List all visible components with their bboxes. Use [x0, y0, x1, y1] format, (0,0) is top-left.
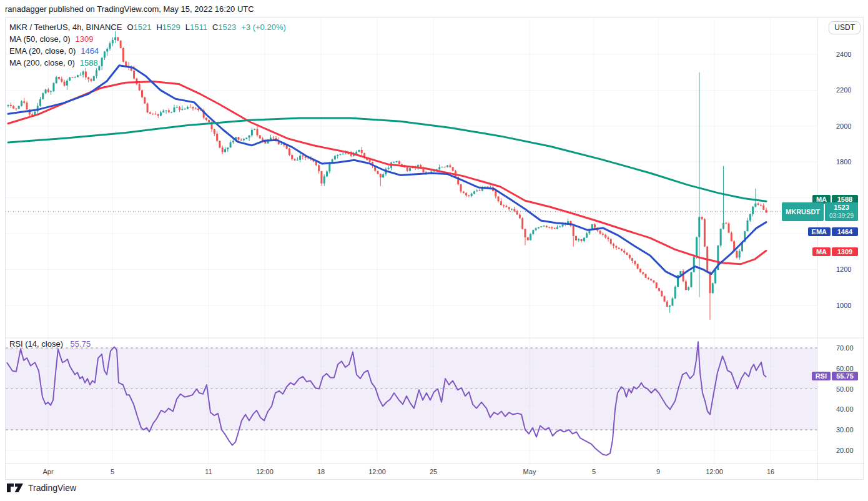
svg-text:1600: 1600	[836, 194, 851, 202]
svg-text:20.00: 20.00	[836, 447, 854, 454]
svg-text:12:00: 12:00	[368, 468, 386, 475]
svg-text:18: 18	[317, 468, 325, 475]
ema20-legend-row[interactable]: EMA (20, close, 0)1464	[9, 45, 291, 57]
chart-canvas[interactable]: 2400220020001800160014001200100070.0060.…	[6, 18, 864, 480]
tradingview-branding[interactable]: TradingView	[6, 482, 76, 494]
svg-text:5: 5	[592, 468, 596, 475]
svg-text:5: 5	[111, 468, 114, 475]
chart-widget: 2400220020001800160014001200100070.0060.…	[5, 17, 864, 480]
brand-name: TradingView	[28, 483, 76, 493]
rsi-legend-row[interactable]: RSI (14, close) 55.75	[9, 339, 91, 349]
svg-text:1200: 1200	[836, 265, 851, 273]
svg-text:1400: 1400	[836, 230, 851, 237]
symbol-legend-row[interactable]: MKR / TetherUS, 4h, BINANCEO1521H1529L15…	[9, 21, 291, 33]
svg-text:May: May	[523, 468, 536, 475]
svg-text:1000: 1000	[836, 302, 851, 309]
svg-text:40.00: 40.00	[836, 405, 854, 413]
svg-text:11: 11	[205, 468, 212, 475]
attribution-text: ranadagger published on TradingView.com,…	[5, 4, 254, 14]
chart-legend: MKR / TetherUS, 4h, BINANCEO1521H1529L15…	[9, 21, 291, 69]
symbol-title: MKR / TetherUS, 4h, BINANCE	[9, 22, 122, 32]
svg-text:12:00: 12:00	[706, 468, 723, 475]
svg-text:12:00: 12:00	[256, 468, 274, 475]
tradingview-published-chart: ranadagger published on TradingView.com,…	[0, 0, 868, 501]
svg-text:2400: 2400	[836, 51, 851, 58]
svg-text:16: 16	[767, 468, 774, 475]
svg-text:Apr: Apr	[42, 468, 53, 475]
currency-axis-button[interactable]: USDT	[829, 21, 861, 34]
ma50-legend-row[interactable]: MA (50, close, 0)1309	[9, 33, 291, 45]
svg-text:2200: 2200	[836, 86, 851, 94]
svg-text:60.00: 60.00	[836, 365, 854, 372]
svg-text:1800: 1800	[836, 158, 851, 166]
svg-text:30.00: 30.00	[836, 426, 854, 434]
svg-text:9: 9	[656, 468, 660, 475]
svg-text:25: 25	[430, 468, 437, 475]
tradingview-logo	[6, 482, 24, 494]
svg-text:70.00: 70.00	[836, 344, 854, 352]
change-value: +3 (+0.20%)	[241, 22, 286, 32]
ohlc-values: O1521H1529L1511C1523+3 (+0.20%)	[127, 22, 290, 32]
ma200-legend-row[interactable]: MA (200, close, 0)1588	[9, 57, 291, 69]
svg-text:50.00: 50.00	[836, 385, 854, 393]
svg-text:2000: 2000	[836, 122, 851, 130]
